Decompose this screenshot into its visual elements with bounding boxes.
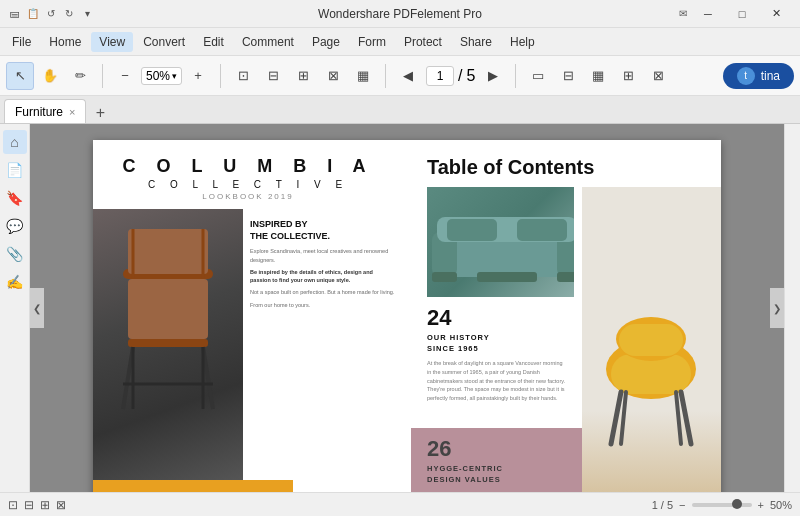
menu-edit[interactable]: Edit (195, 32, 232, 52)
inspired-section: INSPIRED BYTHE COLLECTIVE. Explore Scand… (250, 219, 395, 309)
page-sep: / (458, 67, 462, 85)
page-total: 5 (466, 67, 475, 85)
layout-other[interactable]: ⊠ (644, 62, 672, 90)
history-section: 24 OUR HISTORY SINCE 1965 At the break o… (411, 297, 582, 428)
toolbar-right: t tina (715, 63, 794, 89)
hand-tool[interactable]: ✋ (36, 62, 64, 90)
sep-2 (220, 64, 221, 88)
menu-help[interactable]: Help (502, 32, 543, 52)
sofa-svg (427, 187, 574, 297)
app-icon-5: ▾ (80, 7, 94, 21)
next-page-button[interactable]: ▶ (479, 62, 507, 90)
menu-page[interactable]: Page (304, 32, 348, 52)
menu-share[interactable]: Share (452, 32, 500, 52)
app-icon-2: 📋 (26, 7, 40, 21)
toc-body: 24 OUR HISTORY SINCE 1965 At the break o… (411, 187, 721, 492)
select-tool[interactable]: ↖ (6, 62, 34, 90)
hygge-title: HYGGE-CENTRIC DESIGN VALUES (427, 464, 566, 485)
zoom-group: − 50% ▾ + (111, 62, 212, 90)
tab-label: Furniture (15, 105, 63, 119)
view-mode-group: ⊡ ⊟ ⊞ ⊠ ▦ (229, 62, 377, 90)
menu-view[interactable]: View (91, 32, 133, 52)
view-mode-1[interactable]: ⊡ (229, 62, 257, 90)
layout-single[interactable]: ▭ (524, 62, 552, 90)
zoom-dropdown-icon[interactable]: ▾ (172, 71, 177, 81)
menu-protect[interactable]: Protect (396, 32, 450, 52)
sep-4 (515, 64, 516, 88)
menu-comment[interactable]: Comment (234, 32, 302, 52)
menu-convert[interactable]: Convert (135, 32, 193, 52)
layout-group: ▭ ⊟ ▦ ⊞ ⊠ (524, 62, 672, 90)
close-button[interactable]: ✕ (760, 4, 792, 24)
tab-bar: Furniture × + (0, 96, 800, 124)
status-zoom-value: 50% (770, 499, 792, 511)
maximize-button[interactable]: □ (726, 4, 758, 24)
zoom-slider[interactable] (692, 503, 752, 507)
menu-home[interactable]: Home (41, 32, 89, 52)
zoom-slider-thumb[interactable] (732, 499, 742, 509)
email-icon[interactable]: ✉ (676, 7, 690, 21)
pdf-page-left: C O L U M B I A C O L L E C T I V E LOOK… (93, 140, 403, 492)
bottom-section: ℏ (93, 480, 403, 492)
pdf-spread: C O L U M B I A C O L L E C T I V E LOOK… (93, 140, 721, 492)
page-number-input[interactable] (426, 66, 454, 86)
status-icon-3[interactable]: ⊞ (40, 498, 50, 512)
svg-rect-15 (557, 272, 574, 282)
hygge-section: 26 HYGGE-CENTRIC DESIGN VALUES Simplicit… (411, 428, 582, 492)
status-icon-1[interactable]: ⊡ (8, 498, 18, 512)
app-icon-4[interactable]: ↻ (62, 7, 76, 21)
user-button[interactable]: t tina (723, 63, 794, 89)
collapse-left-button[interactable]: ❮ (30, 288, 44, 328)
viewer-area[interactable]: ❮ C O L U M B I A C O L L E C T I V E LO… (30, 124, 784, 492)
tab-close-button[interactable]: × (69, 106, 75, 118)
cc-header: C O L U M B I A C O L L E C T I V E LOOK… (93, 140, 403, 209)
view-mode-2[interactable]: ⊟ (259, 62, 287, 90)
view-mode-3[interactable]: ⊞ (289, 62, 317, 90)
status-page-info: 1 / 5 (652, 499, 673, 511)
inspired-text-3: Not a space built on perfection. But a h… (250, 288, 395, 296)
svg-line-24 (611, 392, 621, 444)
app-icon-3[interactable]: ↺ (44, 7, 58, 21)
zoom-box: 50% ▾ (141, 67, 182, 85)
svg-rect-11 (437, 237, 574, 277)
annotate-tool[interactable]: ✏ (66, 62, 94, 90)
title-bar-left: 🖴 📋 ↺ ↻ ▾ (8, 7, 94, 21)
zoom-in-button[interactable]: + (184, 62, 212, 90)
status-icon-4[interactable]: ⊠ (56, 498, 66, 512)
sep-1 (102, 64, 103, 88)
layout-grid[interactable]: ⊞ (614, 62, 642, 90)
sidebar-home-tool[interactable]: ⌂ (3, 130, 27, 154)
user-name: tina (761, 69, 780, 83)
layout-scroll[interactable]: ▦ (584, 62, 612, 90)
title-bar-right: ✉ ─ □ ✕ (676, 4, 792, 24)
pdf-page-right: Table of Contents (411, 140, 721, 492)
tab-add-button[interactable]: + (90, 103, 110, 123)
minimize-button[interactable]: ─ (692, 4, 724, 24)
sofa-image (427, 187, 574, 297)
main-area: ⌂ 📄 🔖 💬 📎 ✍ ❮ C O L U M B I A C O L L E … (0, 124, 800, 492)
menu-file[interactable]: File (4, 32, 39, 52)
sidebar-comment-tool[interactable]: 💬 (3, 214, 27, 238)
status-zoom-in[interactable]: + (758, 499, 764, 511)
orange-box: ℏ (93, 480, 293, 492)
toc-header: Table of Contents (411, 140, 721, 187)
sidebar-bookmark-tool[interactable]: 🔖 (3, 186, 27, 210)
svg-rect-23 (619, 324, 683, 356)
status-bar: ⊡ ⊟ ⊞ ⊠ 1 / 5 − + 50% (0, 492, 800, 516)
sidebar-page-tool[interactable]: 📄 (3, 158, 27, 182)
prev-page-button[interactable]: ◀ (394, 62, 422, 90)
sidebar-attachment-tool[interactable]: 📎 (3, 242, 27, 266)
collapse-right-button[interactable]: ❯ (770, 288, 784, 328)
view-mode-5[interactable]: ▦ (349, 62, 377, 90)
tab-furniture[interactable]: Furniture × (4, 99, 86, 123)
title-bar-title: Wondershare PDFelement Pro (318, 7, 482, 21)
collective-subtitle: C O L L E C T I V E (93, 179, 403, 190)
zoom-value: 50% (146, 69, 170, 83)
zoom-out-button[interactable]: − (111, 62, 139, 90)
menu-form[interactable]: Form (350, 32, 394, 52)
view-mode-4[interactable]: ⊠ (319, 62, 347, 90)
status-icon-2[interactable]: ⊟ (24, 498, 34, 512)
status-zoom-out[interactable]: − (679, 499, 685, 511)
layout-double[interactable]: ⊟ (554, 62, 582, 90)
sidebar-signature-tool[interactable]: ✍ (3, 270, 27, 294)
